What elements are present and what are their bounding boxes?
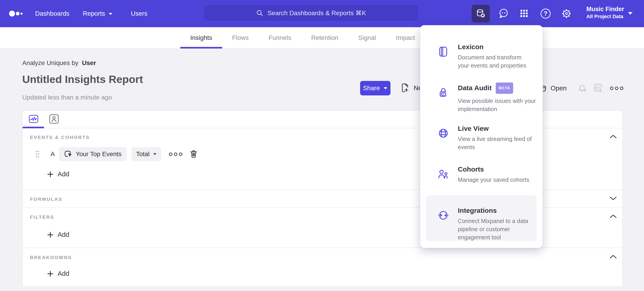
menu-item-data-audit[interactable]: Data AuditBETA View possible issues with… bbox=[420, 72, 543, 113]
new-document-icon bbox=[400, 82, 410, 93]
analyze-prefix: Analyze Uniques by bbox=[22, 59, 78, 66]
alert-bell-button[interactable] bbox=[577, 83, 587, 93]
integrations-sync-icon bbox=[438, 210, 449, 221]
plus-icon bbox=[47, 270, 54, 277]
ellipsis-icon bbox=[610, 87, 623, 90]
search-input[interactable]: Search Dashboards & Reports ⌘K bbox=[204, 5, 418, 21]
breakdowns-header: BREAKDOWNS bbox=[30, 255, 72, 260]
data-audit-icon bbox=[438, 87, 449, 98]
events-cohorts-header: EVENTS & COHORTS bbox=[30, 135, 90, 140]
data-management-button[interactable] bbox=[472, 5, 490, 22]
tab-funnels-label: Funnels bbox=[269, 34, 292, 41]
plus-icon bbox=[47, 171, 54, 178]
tab-retention[interactable]: Retention bbox=[301, 27, 348, 48]
aggregation-value: Total bbox=[136, 150, 150, 158]
menu-item-cohorts[interactable]: Cohorts Manage your saved cohorts bbox=[420, 154, 543, 195]
menu-item-text: Integrations Connect Mixpanel to a data … bbox=[458, 206, 528, 241]
menu-item-description: Connect Mixpanel to a data pipeline or c… bbox=[458, 217, 528, 241]
add-filter-button[interactable]: Add bbox=[47, 231, 70, 239]
project-selector[interactable]: Music Finder All Project Data bbox=[586, 5, 624, 20]
report-updated-text: Updated less than a minute ago bbox=[22, 94, 112, 101]
menu-item-text: Cohorts Manage your saved cohorts bbox=[458, 165, 529, 195]
nav-item-reports[interactable]: Reports bbox=[83, 0, 112, 27]
feedback-button[interactable] bbox=[498, 8, 509, 19]
gear-icon bbox=[561, 8, 572, 19]
events-view-tab-icon[interactable] bbox=[28, 114, 38, 124]
menu-item-title: Lexicon bbox=[458, 43, 526, 51]
menu-item-title-text: Data Audit bbox=[458, 84, 492, 92]
beta-badge: BETA bbox=[496, 82, 513, 94]
menu-item-text: Live View View a live streaming feed of … bbox=[458, 124, 532, 154]
analyze-by-line: Analyze Uniques byUser bbox=[22, 59, 96, 67]
menu-item-title: Data AuditBETA bbox=[458, 83, 536, 95]
report-more-options-button[interactable] bbox=[610, 87, 623, 90]
add-chart-button[interactable] bbox=[593, 83, 604, 93]
menu-item-text: Lexicon Document and transform your even… bbox=[458, 43, 526, 72]
chevron-down-icon[interactable] bbox=[609, 196, 617, 201]
add-filter-label: Add bbox=[58, 231, 70, 239]
menu-item-description: Manage your saved cohorts bbox=[458, 176, 529, 184]
tab-retention-label: Retention bbox=[311, 34, 338, 41]
event-row: A Your Top Events Total bbox=[35, 147, 198, 161]
tab-impact[interactable]: Impact bbox=[386, 27, 425, 48]
tab-signal[interactable]: Signal bbox=[348, 27, 386, 48]
project-scope: All Project Data bbox=[586, 13, 624, 20]
menu-item-description: Document and transform your events and p… bbox=[458, 53, 526, 70]
top-navbar: Dashboards Reports Users Search Dashboar… bbox=[0, 0, 644, 27]
menu-item-description: View a live streaming feed of events bbox=[458, 135, 532, 151]
search-placeholder: Search Dashboards & Reports ⌘K bbox=[268, 9, 366, 17]
project-caret-down-icon[interactable] bbox=[628, 12, 633, 15]
report-title[interactable]: Untitled Insights Report bbox=[22, 73, 143, 85]
nav-item-reports-label: Reports bbox=[83, 10, 105, 17]
svg-text:?: ? bbox=[544, 10, 548, 17]
caret-down-icon bbox=[384, 87, 388, 89]
add-breakdown-label: Add bbox=[58, 270, 70, 278]
aggregation-dropdown[interactable]: Total bbox=[132, 147, 161, 161]
search-icon bbox=[256, 9, 263, 16]
menu-item-description: View possible issues with your implement… bbox=[458, 97, 536, 113]
caret-down-icon bbox=[153, 153, 157, 155]
menu-item-lexicon[interactable]: Lexicon Document and transform your even… bbox=[420, 32, 543, 72]
menu-item-title: Live View bbox=[458, 124, 532, 133]
settings-button[interactable] bbox=[561, 8, 572, 19]
share-button-label: Share bbox=[363, 84, 380, 92]
menu-item-integrations[interactable]: Integrations Connect Mixpanel to a data … bbox=[426, 195, 537, 241]
apps-grid-button[interactable] bbox=[519, 8, 530, 19]
tab-insights[interactable]: Insights bbox=[180, 27, 222, 48]
chevron-up-icon[interactable] bbox=[609, 134, 617, 139]
caret-down-icon bbox=[108, 13, 112, 15]
tab-signal-label: Signal bbox=[358, 34, 376, 41]
breakdowns-section: BREAKDOWNS Add bbox=[23, 248, 622, 287]
delete-event-button[interactable] bbox=[189, 150, 198, 159]
menu-item-text: Data AuditBETA View possible issues with… bbox=[458, 83, 536, 113]
report-tabbar: Insights Flows Funnels Retention Signal … bbox=[0, 27, 644, 49]
drag-handle[interactable] bbox=[35, 150, 40, 158]
help-button[interactable]: ? bbox=[540, 8, 551, 19]
users-view-tab-icon[interactable] bbox=[49, 114, 59, 124]
event-row-letter: A bbox=[50, 150, 55, 158]
mixpanel-logo-icon[interactable] bbox=[9, 10, 23, 17]
event-selector-pill[interactable]: Your Top Events bbox=[59, 147, 126, 161]
help-icon: ? bbox=[540, 8, 551, 19]
cohorts-people-icon bbox=[438, 169, 449, 180]
tab-funnels[interactable]: Funnels bbox=[259, 27, 301, 48]
tab-flows[interactable]: Flows bbox=[222, 27, 259, 48]
nav-item-dashboards[interactable]: Dashboards bbox=[35, 0, 70, 27]
add-event-button[interactable]: Add bbox=[47, 170, 70, 178]
data-management-menu: Lexicon Document and transform your even… bbox=[420, 25, 543, 248]
chevron-up-icon[interactable] bbox=[609, 254, 617, 259]
event-more-options-button[interactable] bbox=[169, 153, 182, 156]
project-name: Music Finder bbox=[586, 5, 624, 13]
chevron-up-icon[interactable] bbox=[609, 214, 617, 219]
nav-item-users[interactable]: Users bbox=[131, 0, 148, 27]
menu-item-live-view[interactable]: Live View View a live streaming feed of … bbox=[420, 113, 543, 154]
feedback-chat-icon bbox=[498, 8, 509, 19]
event-cursor-icon bbox=[64, 150, 72, 158]
data-management-icon bbox=[476, 8, 486, 19]
bell-plus-icon bbox=[577, 83, 587, 93]
share-button[interactable]: Share bbox=[360, 81, 390, 95]
nav-item-dashboards-label: Dashboards bbox=[35, 10, 70, 17]
filters-header: FILTERS bbox=[30, 214, 54, 220]
add-breakdown-button[interactable]: Add bbox=[47, 270, 70, 278]
analyze-by-selector[interactable]: User bbox=[82, 59, 96, 66]
